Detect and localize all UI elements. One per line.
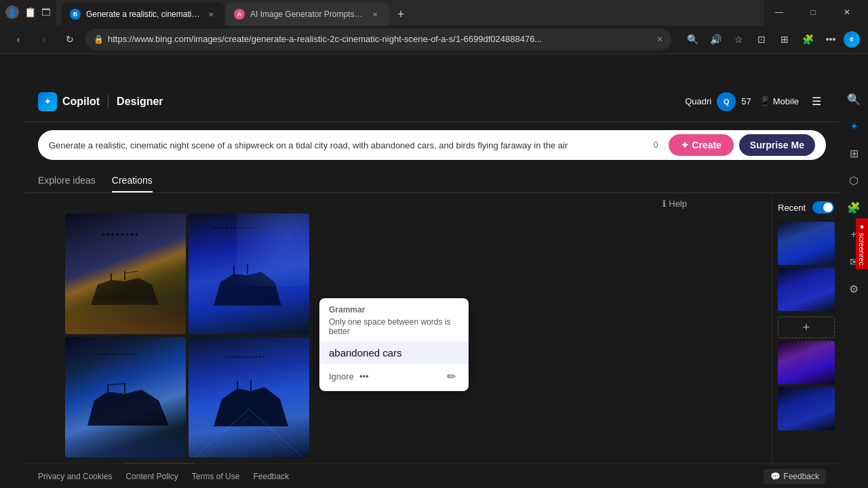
- forward-button[interactable]: ›: [34, 29, 54, 49]
- image-1-placeholder: ✦✦✦✦✦✦✦✦: [65, 214, 186, 334]
- credits-count: 57: [741, 96, 751, 106]
- recent-thumbnail-4[interactable]: [778, 387, 835, 430]
- prompt-input-container: Generate a realistic, cinematic night sc…: [38, 130, 826, 160]
- tab-1-label: Generate a realistic, cinematic n...: [86, 9, 200, 19]
- image-grid: ✦✦✦✦✦✦✦✦: [65, 214, 309, 458]
- grammar-header: Grammar: [319, 298, 469, 317]
- tab-explore[interactable]: Explore ideas: [38, 168, 96, 192]
- new-tab-icon[interactable]: 🗖: [41, 7, 51, 18]
- terms-link[interactable]: Terms of Use: [192, 472, 240, 481]
- read-aloud-icon[interactable]: 🔊: [705, 29, 726, 49]
- brand-label: Copilot: [62, 96, 100, 108]
- search-icon[interactable]: 🔍: [682, 29, 703, 49]
- tab-bar: B Generate a realistic, cinematic n... ✕…: [56, 0, 764, 26]
- recent-thumbnail-2[interactable]: [778, 268, 835, 311]
- url-text: https://www.bing.com/images/create/gener…: [108, 34, 652, 44]
- generated-image-4[interactable]: ✦✦✦✦✦✦✦✦✦✦✦✦: [189, 337, 309, 458]
- favorites-icon[interactable]: ☆: [728, 29, 749, 49]
- screenrec-badge[interactable]: ● screenrec: [856, 218, 868, 269]
- create-button[interactable]: ✦ Create: [669, 134, 733, 156]
- help-label: Help: [669, 199, 687, 209]
- generated-image-3[interactable]: ✦✦✦✦✦✦✦✦✦✦: [65, 337, 186, 458]
- right-sidebar: 🔍 ✦ ⊞ ⬡ 🧩 + ✉ ⚙: [840, 81, 868, 306]
- grammar-actions: Ignore ••• ✏: [319, 364, 469, 391]
- sidebar-office-icon[interactable]: ⬡: [842, 168, 866, 192]
- mobile-icon: 📱: [760, 96, 770, 106]
- split-screen-icon[interactable]: ⊡: [751, 29, 772, 49]
- feedback-bottom-link[interactable]: Feedback: [253, 472, 289, 481]
- recent-header: Recent: [778, 199, 834, 219]
- image-3-placeholder: ✦✦✦✦✦✦✦✦✦✦: [65, 337, 186, 458]
- header-right: Quadri Q 57 📱 Mobile ☰: [685, 92, 826, 111]
- edit-icon[interactable]: ✏: [443, 368, 459, 384]
- tab-1-favicon: B: [70, 9, 81, 20]
- recent-thumbnail-3[interactable]: [778, 341, 835, 384]
- feedback-icon: 💬: [770, 472, 781, 481]
- browser-chrome: 👤 📋 🗖 B Generate a realistic, cinematic …: [0, 0, 868, 54]
- image-2-placeholder: ✦✦✦✦✦✦✦✦✦✦✦: [189, 214, 309, 334]
- history-icon[interactable]: 📋: [24, 7, 36, 18]
- title-bar: 👤 📋 🗖 B Generate a realistic, cinematic …: [0, 0, 868, 24]
- grammar-popup: Grammar Only one space between words is …: [319, 298, 469, 391]
- mobile-label: Mobile: [773, 96, 799, 106]
- generated-image-1[interactable]: ✦✦✦✦✦✦✦✦: [65, 214, 186, 334]
- feedback-button[interactable]: 💬 Feedback: [764, 469, 826, 484]
- copilot-logo: ✦: [38, 92, 57, 111]
- minimize-button[interactable]: —: [764, 1, 795, 23]
- tab-1[interactable]: B Generate a realistic, cinematic n... ✕: [62, 3, 224, 26]
- prompt-text[interactable]: Generate a realistic, cinematic night sc…: [49, 140, 654, 150]
- tab-2-close[interactable]: ✕: [370, 9, 380, 20]
- extensions-icon[interactable]: 🧩: [797, 29, 818, 49]
- svg-line-17: [249, 416, 296, 457]
- tab-2-label: AI Image Generator Promptss.po...: [250, 9, 364, 19]
- svg-line-16: [202, 416, 249, 457]
- prompt-counter: 0: [654, 140, 658, 150]
- hamburger-button[interactable]: ☰: [807, 92, 826, 111]
- copilot-brand: ✦ Copilot Designer: [38, 92, 163, 111]
- generated-image-2[interactable]: ✦✦✦✦✦✦✦✦✦✦✦: [189, 214, 309, 334]
- privacy-link[interactable]: Privacy and Cookies: [38, 472, 112, 481]
- new-tab-button[interactable]: +: [390, 3, 412, 26]
- content-area: ℹ Help ✦✦✦✦✦✦✦✦: [24, 193, 840, 488]
- user-area[interactable]: Quadri Q 57: [685, 92, 751, 111]
- grammar-description: Only one space between words is better: [319, 317, 469, 342]
- more-tools-icon[interactable]: •••: [821, 29, 841, 49]
- add-more-button[interactable]: +: [778, 317, 835, 338]
- tab-creations[interactable]: Creations: [112, 168, 153, 192]
- product-label: Designer: [117, 96, 163, 108]
- back-button[interactable]: ‹: [8, 29, 28, 49]
- sidebar-search-icon[interactable]: 🔍: [842, 87, 866, 111]
- maximize-button[interactable]: □: [797, 1, 829, 23]
- content-policy-link[interactable]: Content Policy: [125, 472, 178, 481]
- sidebar-collections-icon[interactable]: ⊞: [842, 141, 866, 165]
- more-options-button[interactable]: •••: [359, 371, 369, 382]
- tab-2[interactable]: A AI Image Generator Promptss.po... ✕: [226, 3, 389, 26]
- sidebar-copilot-icon[interactable]: ✦: [842, 114, 866, 138]
- recent-panel: Recent +: [772, 193, 840, 488]
- app-tabs: Explore ideas Creations: [24, 168, 840, 193]
- refresh-button[interactable]: ↻: [60, 29, 80, 49]
- help-button[interactable]: ℹ Help: [663, 199, 687, 209]
- sidebar-extensions-icon[interactable]: 🧩: [842, 195, 866, 220]
- mobile-button[interactable]: 📱 Mobile: [760, 96, 799, 106]
- app-container: ✦ Copilot Designer Quadri Q 57 📱 Mobile …: [24, 81, 840, 488]
- sidebar-settings-icon[interactable]: ⚙: [842, 277, 866, 301]
- profile-icon[interactable]: 👤: [5, 5, 19, 19]
- copilot-header: ✦ Copilot Designer Quadri Q 57 📱 Mobile …: [24, 81, 840, 122]
- surprise-button[interactable]: Surprise Me: [739, 134, 815, 156]
- tab-1-close[interactable]: ✕: [205, 9, 216, 20]
- ignore-button[interactable]: Ignore: [329, 371, 354, 382]
- close-button[interactable]: ✕: [831, 1, 863, 23]
- tab-2-favicon: A: [234, 9, 245, 20]
- collections-icon[interactable]: ⊞: [774, 29, 795, 49]
- feedback-label: Feedback: [783, 472, 819, 481]
- image-4-placeholder: ✦✦✦✦✦✦✦✦✦✦✦✦: [189, 337, 309, 458]
- grammar-suggestion[interactable]: abandoned cars: [319, 342, 469, 364]
- url-refresh-icon: ✕: [656, 35, 663, 44]
- url-bar[interactable]: 🔒 https://www.bing.com/images/create/gen…: [85, 28, 671, 50]
- bottom-bar: Privacy and Cookies Content Policy Terms…: [24, 464, 840, 488]
- recent-toggle[interactable]: [812, 201, 834, 214]
- edge-logo: e: [844, 31, 860, 47]
- svg-marker-7: [87, 390, 169, 426]
- recent-thumbnail-1[interactable]: [778, 222, 835, 265]
